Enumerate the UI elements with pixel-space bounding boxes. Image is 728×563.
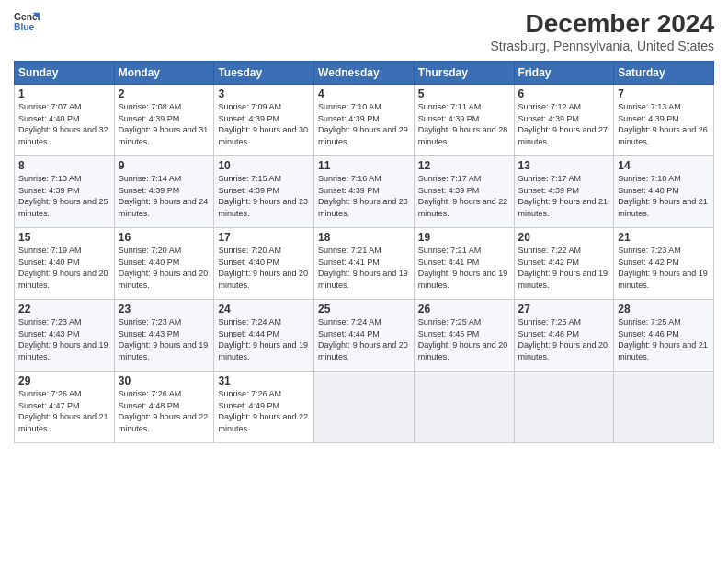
day-info: Sunrise: 7:23 AMSunset: 4:43 PMDaylight:… bbox=[18, 316, 110, 362]
day-info: Sunrise: 7:24 AMSunset: 4:44 PMDaylight:… bbox=[218, 316, 310, 362]
day-info: Sunrise: 7:25 AMSunset: 4:46 PMDaylight:… bbox=[618, 316, 710, 362]
calendar-cell: 13Sunrise: 7:17 AMSunset: 4:39 PMDayligh… bbox=[514, 156, 614, 228]
calendar-cell bbox=[314, 372, 415, 443]
day-info: Sunrise: 7:23 AMSunset: 4:43 PMDaylight:… bbox=[119, 316, 210, 362]
day-number: 19 bbox=[418, 231, 510, 244]
day-number: 2 bbox=[119, 87, 210, 100]
calendar-cell: 30Sunrise: 7:26 AMSunset: 4:48 PMDayligh… bbox=[114, 372, 214, 443]
calendar-cell: 18Sunrise: 7:21 AMSunset: 4:41 PMDayligh… bbox=[314, 228, 415, 300]
calendar-cell: 23Sunrise: 7:23 AMSunset: 4:43 PMDayligh… bbox=[114, 300, 214, 372]
day-number: 15 bbox=[18, 231, 110, 244]
calendar-cell: 1Sunrise: 7:07 AMSunset: 4:40 PMDaylight… bbox=[15, 85, 115, 156]
calendar-cell: 16Sunrise: 7:20 AMSunset: 4:40 PMDayligh… bbox=[114, 228, 214, 300]
day-number: 23 bbox=[119, 303, 210, 316]
day-number: 7 bbox=[618, 87, 710, 100]
day-info: Sunrise: 7:10 AMSunset: 4:39 PMDaylight:… bbox=[318, 101, 410, 147]
calendar-cell: 14Sunrise: 7:18 AMSunset: 4:40 PMDayligh… bbox=[614, 156, 714, 228]
calendar-cell: 9Sunrise: 7:14 AMSunset: 4:39 PMDaylight… bbox=[114, 156, 214, 228]
day-info: Sunrise: 7:26 AMSunset: 4:47 PMDaylight:… bbox=[18, 388, 110, 434]
day-number: 25 bbox=[318, 303, 410, 316]
calendar-cell: 15Sunrise: 7:19 AMSunset: 4:40 PMDayligh… bbox=[15, 228, 115, 300]
calendar-cell: 19Sunrise: 7:21 AMSunset: 4:41 PMDayligh… bbox=[414, 228, 514, 300]
calendar-header-day: Friday bbox=[514, 62, 614, 85]
day-info: Sunrise: 7:09 AMSunset: 4:39 PMDaylight:… bbox=[218, 101, 310, 147]
calendar-cell: 17Sunrise: 7:20 AMSunset: 4:40 PMDayligh… bbox=[214, 228, 314, 300]
day-info: Sunrise: 7:17 AMSunset: 4:39 PMDaylight:… bbox=[418, 173, 510, 219]
day-number: 4 bbox=[318, 87, 410, 100]
calendar-week-row: 8Sunrise: 7:13 AMSunset: 4:39 PMDaylight… bbox=[15, 156, 714, 228]
calendar-cell bbox=[614, 372, 714, 443]
day-number: 6 bbox=[518, 87, 610, 100]
calendar-cell bbox=[514, 372, 614, 443]
calendar-header-day: Monday bbox=[114, 62, 214, 85]
day-number: 8 bbox=[18, 159, 110, 172]
day-info: Sunrise: 7:25 AMSunset: 4:46 PMDaylight:… bbox=[518, 316, 610, 362]
page-subtitle: Strasburg, Pennsylvania, United States bbox=[490, 39, 714, 53]
day-number: 3 bbox=[218, 87, 310, 100]
day-info: Sunrise: 7:13 AMSunset: 4:39 PMDaylight:… bbox=[18, 173, 110, 219]
calendar-cell: 31Sunrise: 7:26 AMSunset: 4:49 PMDayligh… bbox=[214, 372, 314, 443]
day-number: 1 bbox=[18, 87, 110, 100]
day-number: 11 bbox=[318, 159, 410, 172]
day-info: Sunrise: 7:23 AMSunset: 4:42 PMDaylight:… bbox=[618, 245, 710, 291]
day-number: 12 bbox=[418, 159, 510, 172]
calendar-cell: 11Sunrise: 7:16 AMSunset: 4:39 PMDayligh… bbox=[314, 156, 415, 228]
day-info: Sunrise: 7:17 AMSunset: 4:39 PMDaylight:… bbox=[518, 173, 610, 219]
svg-text:Blue: Blue bbox=[14, 22, 35, 32]
day-info: Sunrise: 7:12 AMSunset: 4:39 PMDaylight:… bbox=[518, 101, 610, 147]
day-number: 20 bbox=[518, 231, 610, 244]
day-number: 24 bbox=[218, 303, 310, 316]
calendar-cell: 4Sunrise: 7:10 AMSunset: 4:39 PMDaylight… bbox=[314, 85, 415, 156]
calendar-week-row: 1Sunrise: 7:07 AMSunset: 4:40 PMDaylight… bbox=[15, 85, 714, 156]
calendar-cell: 26Sunrise: 7:25 AMSunset: 4:45 PMDayligh… bbox=[414, 300, 514, 372]
calendar-cell: 6Sunrise: 7:12 AMSunset: 4:39 PMDaylight… bbox=[514, 85, 614, 156]
calendar-week-row: 15Sunrise: 7:19 AMSunset: 4:40 PMDayligh… bbox=[15, 228, 714, 300]
calendar-cell: 24Sunrise: 7:24 AMSunset: 4:44 PMDayligh… bbox=[214, 300, 314, 372]
day-info: Sunrise: 7:24 AMSunset: 4:44 PMDaylight:… bbox=[318, 316, 410, 362]
day-number: 18 bbox=[318, 231, 410, 244]
day-number: 26 bbox=[418, 303, 510, 316]
day-info: Sunrise: 7:26 AMSunset: 4:48 PMDaylight:… bbox=[119, 388, 210, 434]
logo-icon: General Blue bbox=[14, 9, 40, 35]
day-number: 21 bbox=[618, 231, 710, 244]
day-info: Sunrise: 7:21 AMSunset: 4:41 PMDaylight:… bbox=[418, 245, 510, 291]
day-number: 14 bbox=[618, 159, 710, 172]
day-number: 30 bbox=[119, 374, 210, 387]
calendar-header-row: SundayMondayTuesdayWednesdayThursdayFrid… bbox=[15, 62, 714, 85]
calendar-cell: 12Sunrise: 7:17 AMSunset: 4:39 PMDayligh… bbox=[414, 156, 514, 228]
calendar-cell: 22Sunrise: 7:23 AMSunset: 4:43 PMDayligh… bbox=[15, 300, 115, 372]
calendar-cell: 8Sunrise: 7:13 AMSunset: 4:39 PMDaylight… bbox=[15, 156, 115, 228]
calendar-cell bbox=[414, 372, 514, 443]
day-number: 27 bbox=[518, 303, 610, 316]
day-number: 17 bbox=[218, 231, 310, 244]
calendar-header-day: Thursday bbox=[414, 62, 514, 85]
day-info: Sunrise: 7:14 AMSunset: 4:39 PMDaylight:… bbox=[119, 173, 210, 219]
calendar-cell: 25Sunrise: 7:24 AMSunset: 4:44 PMDayligh… bbox=[314, 300, 415, 372]
logo: General Blue bbox=[14, 9, 40, 35]
day-info: Sunrise: 7:15 AMSunset: 4:39 PMDaylight:… bbox=[218, 173, 310, 219]
calendar-cell: 20Sunrise: 7:22 AMSunset: 4:42 PMDayligh… bbox=[514, 228, 614, 300]
calendar-cell: 7Sunrise: 7:13 AMSunset: 4:39 PMDaylight… bbox=[614, 85, 714, 156]
day-info: Sunrise: 7:18 AMSunset: 4:40 PMDaylight:… bbox=[618, 173, 710, 219]
day-info: Sunrise: 7:25 AMSunset: 4:45 PMDaylight:… bbox=[418, 316, 510, 362]
calendar-header-day: Sunday bbox=[15, 62, 115, 85]
day-number: 13 bbox=[518, 159, 610, 172]
calendar-week-row: 22Sunrise: 7:23 AMSunset: 4:43 PMDayligh… bbox=[15, 300, 714, 372]
day-number: 31 bbox=[218, 374, 310, 387]
calendar: SundayMondayTuesdayWednesdayThursdayFrid… bbox=[14, 61, 714, 443]
calendar-header-day: Wednesday bbox=[314, 62, 415, 85]
day-info: Sunrise: 7:07 AMSunset: 4:40 PMDaylight:… bbox=[18, 101, 110, 147]
header: General Blue December 2024 Strasburg, Pe… bbox=[14, 9, 714, 53]
day-number: 5 bbox=[418, 87, 510, 100]
calendar-cell: 29Sunrise: 7:26 AMSunset: 4:47 PMDayligh… bbox=[15, 372, 115, 443]
calendar-header-day: Saturday bbox=[614, 62, 714, 85]
day-info: Sunrise: 7:13 AMSunset: 4:39 PMDaylight:… bbox=[618, 101, 710, 147]
day-number: 29 bbox=[18, 374, 110, 387]
calendar-cell: 5Sunrise: 7:11 AMSunset: 4:39 PMDaylight… bbox=[414, 85, 514, 156]
calendar-cell: 21Sunrise: 7:23 AMSunset: 4:42 PMDayligh… bbox=[614, 228, 714, 300]
day-number: 10 bbox=[218, 159, 310, 172]
day-info: Sunrise: 7:11 AMSunset: 4:39 PMDaylight:… bbox=[418, 101, 510, 147]
day-info: Sunrise: 7:26 AMSunset: 4:49 PMDaylight:… bbox=[218, 388, 310, 434]
title-block: December 2024 Strasburg, Pennsylvania, U… bbox=[490, 9, 714, 53]
day-info: Sunrise: 7:20 AMSunset: 4:40 PMDaylight:… bbox=[119, 245, 210, 291]
